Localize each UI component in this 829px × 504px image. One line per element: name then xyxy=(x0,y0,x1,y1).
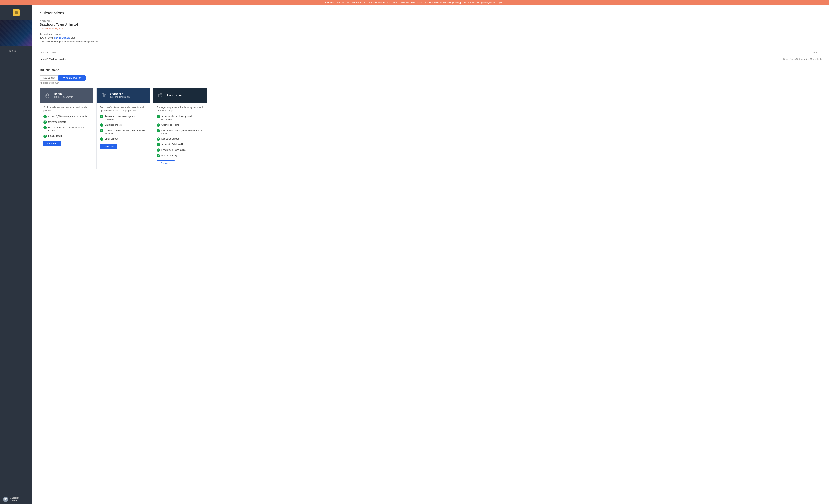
check-icon xyxy=(157,137,160,141)
currency-note: All prices are in USD xyxy=(40,82,822,84)
col-status-header: Status xyxy=(300,51,822,53)
check-icon xyxy=(157,129,160,132)
feature-item: Access 1,000 drawings and documents xyxy=(43,115,90,118)
reactivate-step2: 2. Re-activate your plan or choose an al… xyxy=(40,40,822,43)
basic-plan-price: $19 per user/month xyxy=(54,96,73,98)
feature-text: Access unlimited drawings and documents xyxy=(161,115,203,121)
check-icon xyxy=(43,135,47,138)
feature-text: Use on Windows 10, iPad, iPhone and on t… xyxy=(105,129,146,135)
avatar: MB xyxy=(3,497,8,502)
page-title: Subscriptions xyxy=(40,11,822,15)
user-name: Maddison Braddon xyxy=(10,497,26,502)
enterprise-plan-icon xyxy=(157,92,165,99)
app-logo xyxy=(13,9,20,16)
check-icon xyxy=(157,115,160,118)
svg-rect-2 xyxy=(15,12,17,13)
feature-item: Unlimited projects xyxy=(43,120,90,124)
enterprise-plan-description: For large companies with existing system… xyxy=(157,106,203,112)
sidebar-item-projects-label: Projects xyxy=(8,49,16,52)
feature-item: Access to Bullclip API xyxy=(157,143,203,146)
enterprise-plan-body: For large companies with existing system… xyxy=(153,103,207,169)
banner-text: Your subscription has been cancelled. Yo… xyxy=(325,1,504,4)
sidebar-item-projects[interactable]: Projects xyxy=(0,47,32,54)
svg-rect-10 xyxy=(160,95,161,95)
basic-plan-description: For internal design review teams and sma… xyxy=(43,106,90,112)
pay-yearly-button[interactable]: Pay Yearly save 20% xyxy=(59,75,86,81)
avatar-initials: MB xyxy=(4,498,7,500)
svg-rect-12 xyxy=(160,96,161,97)
feature-item: Use on Windows 10, iPad, iPhone and on t… xyxy=(43,126,90,132)
main-content: Subscriptions READ ONLY Drawboard Team U… xyxy=(32,5,829,504)
feature-text: Dedicated support xyxy=(161,137,179,141)
subscription-banner[interactable]: Your subscription has been cancelled. Yo… xyxy=(0,0,829,5)
plan-card-enterprise: Enterprise For large companies with exis… xyxy=(153,88,207,170)
basic-feature-list: Access 1,000 drawings and documents Unli… xyxy=(43,115,90,138)
feature-text: Unlimited projects xyxy=(105,123,122,127)
subscription-name: Drawboard Team Unlimited xyxy=(40,23,822,26)
feature-item: Unlimited projects xyxy=(157,123,203,127)
enterprise-plan-info: Enterprise xyxy=(167,94,182,97)
feature-item: Use on Windows 10, iPad, iPhone and on t… xyxy=(157,129,203,135)
basic-plan-info: Basic $19 per user/month xyxy=(54,92,73,98)
feature-item: Product training xyxy=(157,154,203,157)
billing-toggle: Pay Monthly Pay Yearly save 20% xyxy=(40,75,822,81)
feature-item: Access unlimited drawings and documents xyxy=(157,115,203,121)
sidebar-logo xyxy=(0,5,32,20)
feature-item: Email support xyxy=(100,137,146,141)
svg-rect-5 xyxy=(102,94,104,97)
col-email-header: License email xyxy=(40,51,300,53)
svg-rect-9 xyxy=(159,95,160,95)
feature-text: Federated access logins xyxy=(161,148,186,152)
check-icon xyxy=(43,126,47,130)
check-icon xyxy=(157,154,160,157)
cancelled-date: Cancelled Feb 18, 2019 xyxy=(40,28,822,30)
sidebar: Projects MB Maddison Braddon xyxy=(0,5,32,504)
svg-rect-1 xyxy=(15,12,17,12)
plan-header-basic: Basic $19 per user/month xyxy=(40,88,93,103)
svg-point-3 xyxy=(46,94,49,98)
svg-rect-11 xyxy=(161,95,162,95)
feature-text: Unlimited projects xyxy=(161,123,179,127)
feature-item: Dedicated support xyxy=(157,137,203,141)
feature-text: Use on Windows 10, iPad, iPhone and on t… xyxy=(161,129,203,135)
standard-plan-price: $35 per user/month xyxy=(110,96,130,98)
enterprise-contact-button[interactable]: Contact us xyxy=(157,160,175,166)
standard-plan-icon xyxy=(100,92,108,99)
basic-plan-icon xyxy=(44,92,51,99)
basic-subscribe-button[interactable]: Subscribe xyxy=(43,141,61,146)
read-only-label: READ ONLY xyxy=(40,20,822,22)
feature-text: Email support xyxy=(48,135,62,138)
feature-text: Access to Bullclip API xyxy=(161,143,183,146)
plans-grid: Basic $19 per user/month For internal de… xyxy=(40,88,207,170)
standard-plan-name: Standard xyxy=(110,92,130,96)
standard-subscribe-button[interactable]: Subscribe xyxy=(100,144,117,149)
payment-details-link[interactable]: payment details xyxy=(54,37,70,39)
svg-rect-8 xyxy=(158,94,163,97)
feature-item: Access unlimited drawings and documents xyxy=(100,115,146,121)
plan-header-enterprise: Enterprise xyxy=(153,88,207,103)
standard-plan-body: For cross-functional teams who need to m… xyxy=(97,103,150,152)
sidebar-footer: MB Maddison Braddon xyxy=(0,494,32,504)
logo-icon xyxy=(14,11,18,14)
subscription-info: READ ONLY Drawboard Team Unlimited Cance… xyxy=(40,20,822,43)
svg-rect-6 xyxy=(104,95,106,97)
folder-icon xyxy=(3,49,6,52)
license-table-row: demo+12@drawboard.com Read Only (Subscri… xyxy=(40,56,822,63)
standard-plan-description: For cross-functional teams who need to m… xyxy=(100,106,146,112)
sidebar-nav: Projects xyxy=(0,46,32,494)
feature-text: Use on Windows 10, iPad, iPhone and on t… xyxy=(48,126,90,132)
check-icon xyxy=(43,120,47,124)
pay-monthly-button[interactable]: Pay Monthly xyxy=(40,75,59,81)
basic-plan-name: Basic xyxy=(54,92,73,96)
enterprise-plan-name: Enterprise xyxy=(167,94,182,97)
license-status: Read Only (Subscription Cancelled) xyxy=(300,58,822,61)
standard-plan-info: Standard $35 per user/month xyxy=(110,92,130,98)
feature-text: Unlimited projects xyxy=(48,120,66,123)
sidebar-thumbnail xyxy=(0,20,32,46)
reactivate-instructions: To reactivate, please: 1. Check your pay… xyxy=(40,32,822,43)
plan-header-standard: Standard $35 per user/month xyxy=(97,88,150,103)
basic-plan-body: For internal design review teams and sma… xyxy=(40,103,93,149)
check-icon xyxy=(157,148,160,152)
plans-section: Bullclip plans Pay Monthly Pay Yearly sa… xyxy=(40,68,822,170)
check-icon xyxy=(43,115,47,118)
